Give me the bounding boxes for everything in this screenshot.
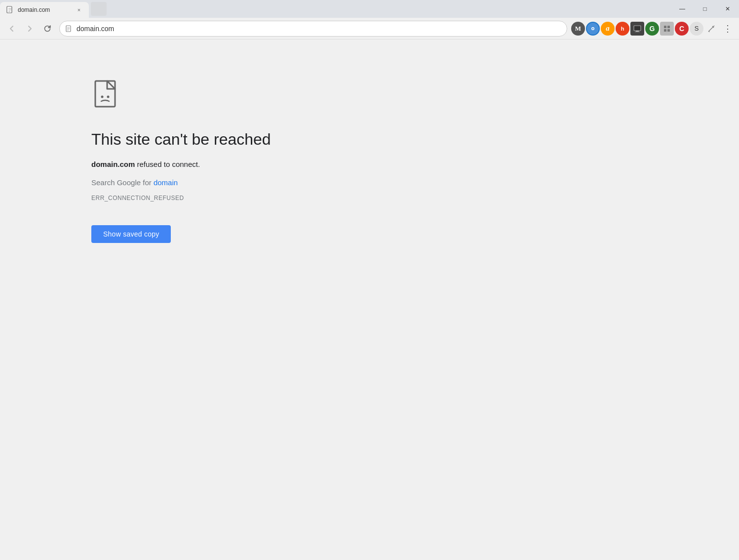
error-container: This site can't be reached domain.com re… (91, 79, 271, 243)
svg-rect-7 (635, 32, 640, 32)
pen-icon (707, 25, 715, 33)
tab-area: domain.com × (0, 0, 107, 18)
browser-window: domain.com × — □ ✕ (0, 0, 739, 560)
svg-point-13 (101, 96, 104, 98)
nav-bar: domain.com M a h G (0, 18, 739, 40)
reload-button[interactable] (39, 21, 55, 37)
tab-close-button[interactable]: × (75, 6, 83, 14)
svg-rect-9 (667, 26, 670, 28)
close-button[interactable]: ✕ (716, 0, 739, 18)
error-title: This site can't be reached (91, 130, 271, 149)
browser-menu-button[interactable]: ⋮ (720, 21, 735, 36)
error-document-icon (91, 79, 123, 111)
show-saved-copy-button[interactable]: Show saved copy (91, 225, 171, 243)
extension-honey[interactable]: h (616, 22, 629, 36)
extension-q[interactable] (586, 22, 600, 36)
search-prefix: Search Google for (91, 178, 154, 187)
extension-screen[interactable] (630, 22, 644, 36)
forward-button[interactable] (22, 21, 38, 37)
svg-rect-11 (667, 29, 670, 32)
reload-icon (43, 24, 52, 33)
search-google-link[interactable]: domain (154, 178, 178, 187)
screen-icon (633, 25, 641, 32)
back-button[interactable] (4, 21, 20, 37)
error-page: This site can't be reached domain.com re… (0, 40, 739, 560)
extension-s[interactable]: S (690, 22, 703, 36)
svg-rect-6 (636, 31, 639, 32)
extension-mega[interactable]: M (571, 22, 585, 36)
window-controls: — □ ✕ (671, 0, 739, 18)
address-text: domain.com (77, 25, 561, 33)
extension-amazon[interactable]: a (601, 22, 615, 36)
error-domain: domain.com (91, 160, 135, 168)
svg-rect-10 (664, 29, 666, 32)
page-icon (66, 25, 73, 32)
extension-pen[interactable] (704, 22, 718, 36)
tab-label: domain.com (18, 6, 71, 13)
error-code: ERR_CONNECTION_REFUSED (91, 195, 184, 201)
tab-favicon-icon (6, 6, 14, 14)
maximize-button[interactable]: □ (694, 0, 716, 18)
tab-strip: domain.com × (0, 0, 671, 18)
extension-gray[interactable] (660, 22, 674, 36)
error-subtitle-rest: refused to connect. (135, 160, 200, 168)
forward-icon (25, 24, 34, 33)
error-search: Search Google for domain (91, 178, 178, 187)
svg-rect-12 (95, 81, 115, 107)
address-bar[interactable]: domain.com (59, 21, 567, 37)
extension-c[interactable]: C (675, 22, 689, 36)
error-subtitle: domain.com refused to connect. (91, 159, 200, 170)
svg-point-14 (107, 96, 110, 98)
minimize-button[interactable]: — (671, 0, 694, 18)
svg-rect-8 (664, 26, 666, 28)
ext-gray-icon (663, 25, 671, 33)
active-tab[interactable]: domain.com × (0, 2, 89, 18)
title-bar: domain.com × — □ ✕ (0, 0, 739, 18)
svg-rect-5 (634, 26, 641, 31)
svg-point-4 (592, 28, 594, 29)
back-icon (7, 24, 16, 33)
extensions-area: M a h G (571, 22, 718, 36)
ext-q-icon (589, 25, 596, 32)
extension-grammarly[interactable]: G (645, 22, 659, 36)
